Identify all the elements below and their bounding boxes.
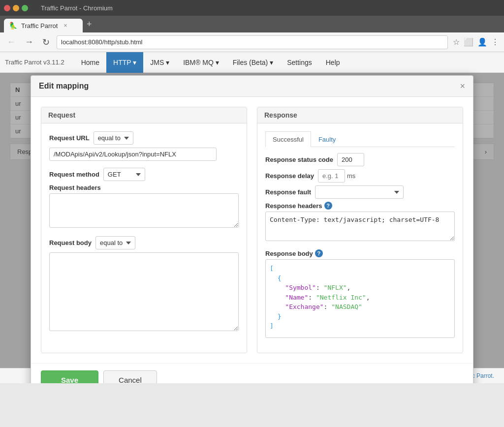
save-button[interactable]: Save [41,370,98,383]
response-headers-textarea[interactable]: Content-Type: text/javascript; charset=U… [265,212,455,241]
response-panel-heading: Response [257,107,463,123]
request-body-group: Request body equal to [49,236,239,333]
user-icon[interactable]: 👤 [477,37,487,47]
request-method-select[interactable]: GET POST PUT DELETE PATCH [103,168,145,181]
response-delay-input[interactable] [318,169,345,183]
request-panel-heading: Request [41,107,247,123]
back-button[interactable]: ← [5,35,18,49]
nav-help[interactable]: Help [319,52,347,73]
modal-header: Edit mapping × [31,76,473,97]
request-url-group: Request URL equal to [49,131,239,161]
response-body-display[interactable]: [ { "Symbol": "NFLX", "Name": "Netflix I… [265,259,455,338]
request-body-inline: Request body equal to [49,236,239,249]
response-tabs: Successful Faulty [265,131,455,147]
response-headers-label-row: Response headers ? [265,202,455,210]
window-maximize-button[interactable] [22,5,28,11]
response-fault-label: Response fault [265,188,311,196]
response-status-label: Response status code [265,156,333,163]
request-body-select[interactable]: equal to [95,236,135,249]
request-body-textarea[interactable] [49,252,239,331]
refresh-button[interactable]: ↻ [40,35,52,50]
response-fault-group: Response fault [265,185,455,199]
tab-faulty[interactable]: Faulty [311,131,343,147]
tab-label: Traffic Parrot [21,22,58,30]
cancel-button[interactable]: Cancel [103,370,157,383]
app-brand: Traffic Parrot v3.11.2 [5,59,64,66]
request-url-label: Request URL [49,134,90,142]
tab-close-icon[interactable]: × [63,22,67,29]
modal-close-button[interactable]: × [460,82,465,91]
browser-tab-active[interactable]: 🦜 Traffic Parrot × [4,19,83,32]
address-icons: ☆ ⬜ 👤 ⋮ [453,37,499,47]
response-body-label: Response body [265,250,313,257]
edit-mapping-modal: Edit mapping × Request Request URL equal… [31,75,473,383]
response-delay-group: Response delay ms [265,169,455,183]
tab-favicon-icon: 🦜 [9,22,17,30]
tab-bar: 🦜 Traffic Parrot × + [0,16,504,32]
request-panel: Request Request URL equal to [41,107,247,353]
url-input[interactable] [57,35,448,49]
response-headers-group: Response headers ? Content-Type: text/ja… [265,202,455,243]
window-close-button[interactable] [4,5,10,11]
window-controls[interactable] [4,5,28,11]
tab-successful[interactable]: Successful [265,131,311,147]
delay-wrapper: ms [318,169,355,183]
response-body-group: Response body ? [ { "Symbol": "NFLX", "N… [265,249,455,338]
request-url-inline: Request URL equal to [49,131,239,145]
response-body-label-row: Response body ? [265,249,455,257]
browser-titlebar: Traffic Parrot - Chromium [0,0,504,16]
address-bar: ← → ↻ ☆ ⬜ 👤 ⋮ [0,32,504,52]
request-headers-group: Request headers [49,184,239,229]
window-minimize-button[interactable] [13,5,19,11]
request-url-input[interactable] [49,148,217,161]
response-headers-label: Response headers [265,202,322,210]
request-headers-label: Request headers [49,184,239,191]
extensions-icon[interactable]: ⬜ [464,37,473,47]
response-delay-label: Response delay [265,172,314,180]
response-body-help-icon[interactable]: ? [315,249,323,257]
nav-http[interactable]: HTTP ▾ [106,52,143,73]
browser-title: Traffic Parrot - Chromium [41,4,113,12]
modal-title: Edit mapping [39,82,89,91]
request-method-label: Request method [49,171,99,178]
modal-body: Request Request URL equal to [31,97,473,363]
modal-footer: Save Cancel [31,363,473,383]
response-status-group: Response status code [265,153,455,166]
menu-icon[interactable]: ⋮ [491,37,499,47]
request-url-select[interactable]: equal to [94,131,133,145]
response-panel-body: Successful Faulty Response status code R… [257,123,463,353]
app-nav: Traffic Parrot v3.11.2 Home HTTP ▾ JMS ▾… [0,52,504,73]
request-headers-textarea[interactable] [49,193,239,228]
new-tab-icon[interactable]: + [87,19,92,30]
ms-label: ms [347,172,355,180]
nav-settings[interactable]: Settings [280,52,319,73]
nav-home[interactable]: Home [74,52,106,73]
request-method-group: Request method GET POST PUT DELETE PATCH [49,168,239,181]
nav-jms[interactable]: JMS ▾ [143,52,176,73]
nav-files[interactable]: Files (Beta) ▾ [226,52,280,73]
request-body-label: Request body [49,239,92,246]
nav-ibm-mq[interactable]: IBM® MQ ▾ [176,52,226,73]
forward-button[interactable]: → [23,35,35,49]
request-panel-body: Request URL equal to Request method GET … [41,123,247,347]
main-content: N URL ur ur ur Response formatter › Edit… [0,73,504,368]
response-panel: Response Successful Faulty Response stat… [257,107,463,353]
response-fault-select[interactable] [315,185,404,199]
response-status-input[interactable] [337,153,364,166]
response-headers-help-icon[interactable]: ? [324,202,332,210]
bookmark-icon[interactable]: ☆ [453,37,460,47]
